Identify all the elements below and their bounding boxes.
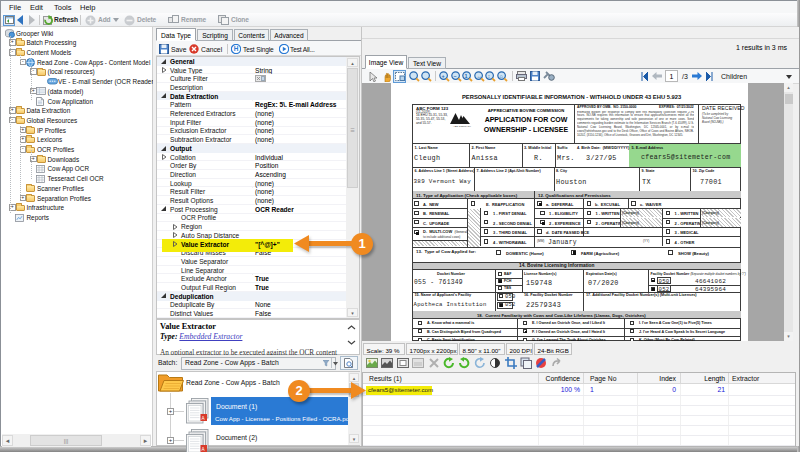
svg-text:ABC COMPANY: ABC COMPANY <box>453 125 472 127</box>
svg-text:+: + <box>442 73 445 79</box>
svg-text:1: 1 <box>465 73 468 79</box>
svg-text:↕: ↕ <box>488 73 491 79</box>
svg-text:⌂: ⌂ <box>500 73 503 79</box>
svg-text:–: – <box>453 73 456 79</box>
svg-text:↔: ↔ <box>476 73 482 79</box>
svg-text:H: H <box>234 45 239 52</box>
